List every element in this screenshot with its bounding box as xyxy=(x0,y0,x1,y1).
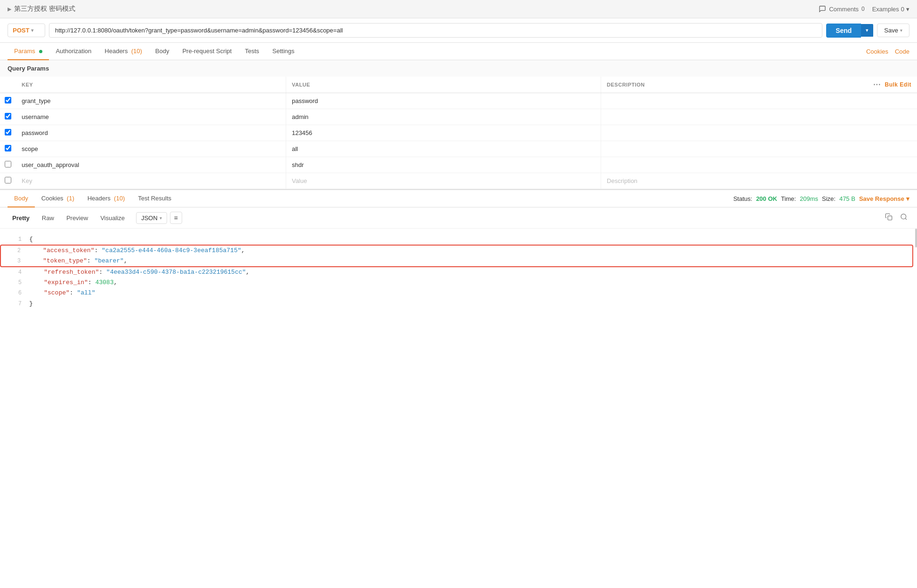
row-checkbox-4[interactable] xyxy=(5,161,11,167)
save-button[interactable]: Save ▾ xyxy=(877,24,909,37)
code-line-4: 4 "refresh_token": "4eea33d4-c590-4378-b… xyxy=(0,267,917,278)
placeholder-value-input[interactable] xyxy=(286,173,601,189)
value-input-3[interactable] xyxy=(286,141,601,157)
top-bar-actions: Comments 0 Examples 0 ▾ xyxy=(819,5,909,13)
request-title: ▶ 第三方授权 密码模式 xyxy=(8,5,75,13)
scrollbar[interactable] xyxy=(915,229,917,247)
desc-input-2[interactable] xyxy=(601,125,917,141)
code-link[interactable]: Code xyxy=(895,43,909,60)
response-tab-cookies[interactable]: Cookies (1) xyxy=(35,190,81,207)
line-number-5: 5 xyxy=(8,278,22,287)
response-tab-body[interactable]: Body xyxy=(8,190,35,207)
comments-button[interactable]: Comments 0 xyxy=(819,5,865,13)
top-bar: ▶ 第三方授权 密码模式 Comments 0 Examples 0 ▾ xyxy=(0,0,917,18)
key-input-2[interactable] xyxy=(16,125,286,141)
value-input-1[interactable] xyxy=(286,109,601,125)
row-checkbox-2[interactable] xyxy=(5,129,11,135)
value-input-2[interactable] xyxy=(286,125,601,141)
tab-params[interactable]: Params xyxy=(8,43,49,60)
save-response-button[interactable]: Save Response ▾ xyxy=(859,195,909,202)
tab-headers[interactable]: Headers (10) xyxy=(98,43,149,60)
code-line-7: 7 } xyxy=(0,299,917,309)
response-tab-body-label: Body xyxy=(14,195,28,202)
key-input-0[interactable] xyxy=(16,93,286,109)
placeholder-desc-input[interactable] xyxy=(601,173,917,189)
response-headers-count: (10) xyxy=(113,195,125,202)
response-meta: Status: 200 OK Time: 209ms Size: 475 B S… xyxy=(733,195,909,202)
send-main-button[interactable]: Send xyxy=(826,24,861,38)
response-tab-test-results[interactable]: Test Results xyxy=(131,190,178,207)
code-line-5: 5 "expires_in": 43083, xyxy=(0,278,917,288)
status-value: 200 OK xyxy=(756,195,777,202)
response-tab-headers-label: Headers xyxy=(88,195,111,202)
method-chevron-icon: ▾ xyxy=(31,28,33,33)
row-checkbox-1[interactable] xyxy=(5,113,11,119)
table-row xyxy=(0,141,917,157)
send-dropdown-button[interactable]: ▾ xyxy=(861,24,873,37)
comment-icon xyxy=(819,5,826,13)
body-tab-preview[interactable]: Preview xyxy=(62,212,93,224)
table-row xyxy=(0,109,917,125)
tab-authorization[interactable]: Authorization xyxy=(49,43,98,60)
method-label: POST xyxy=(13,27,29,34)
desc-input-4[interactable] xyxy=(601,157,917,173)
url-input[interactable] xyxy=(49,23,822,38)
tab-tests-label: Tests xyxy=(245,48,259,55)
format-label: JSON xyxy=(141,215,158,222)
format-chevron-icon: ▾ xyxy=(160,215,162,221)
body-tab-raw[interactable]: Raw xyxy=(37,212,59,224)
search-icon[interactable] xyxy=(898,211,909,224)
examples-label: Examples xyxy=(872,6,899,13)
expand-arrow-icon[interactable]: ▶ xyxy=(8,6,11,12)
placeholder-checkbox[interactable] xyxy=(5,177,11,183)
tab-params-label: Params xyxy=(14,48,35,55)
response-tabs: Body Cookies (1) Headers (10) Test Resul… xyxy=(0,190,917,207)
body-tab-pretty[interactable]: Pretty xyxy=(8,212,34,224)
code-line-3: 3 "token_type": "bearer", xyxy=(1,256,912,266)
save-chevron-icon: ▾ xyxy=(900,28,902,33)
sort-button[interactable]: ≡ xyxy=(170,212,182,224)
body-tab-visualize[interactable]: Visualize xyxy=(96,212,129,224)
desc-input-1[interactable] xyxy=(601,109,917,125)
line-number-6: 6 xyxy=(8,288,22,298)
more-options-icon[interactable]: ··· xyxy=(873,80,881,89)
tab-prerequest[interactable]: Pre-request Script xyxy=(176,43,238,60)
copy-icon[interactable] xyxy=(883,211,894,224)
tab-tests[interactable]: Tests xyxy=(238,43,265,60)
save-response-label: Save Response xyxy=(859,195,904,202)
key-input-4[interactable] xyxy=(16,157,286,173)
code-content-5: "expires_in": 43083, xyxy=(29,278,909,288)
code-line-6: 6 "scope": "all" xyxy=(0,288,917,298)
row-checkbox-0[interactable] xyxy=(5,97,11,103)
params-dot-indicator xyxy=(39,50,42,53)
method-select[interactable]: POST ▾ xyxy=(8,24,45,37)
response-tab-headers[interactable]: Headers (10) xyxy=(81,190,132,207)
row-checkbox-3[interactable] xyxy=(5,145,11,151)
code-line-2: 2 "access_token": "ca2a2555-e444-460a-84… xyxy=(1,246,912,256)
body-toolbar: Pretty Raw Preview Visualize JSON ▾ ≡ xyxy=(0,207,917,229)
key-input-3[interactable] xyxy=(16,141,286,157)
desc-input-3[interactable] xyxy=(601,141,917,157)
examples-button[interactable]: Examples 0 ▾ xyxy=(872,6,909,13)
status-label: Status: xyxy=(733,195,752,202)
size-value: 475 B xyxy=(839,195,855,202)
svg-rect-0 xyxy=(888,216,892,220)
tab-body[interactable]: Body xyxy=(149,43,176,60)
tab-settings[interactable]: Settings xyxy=(266,43,301,60)
th-value: VALUE xyxy=(286,77,601,93)
format-select[interactable]: JSON ▾ xyxy=(136,212,167,224)
bulk-edit-button[interactable]: Bulk Edit xyxy=(885,81,911,88)
table-row xyxy=(0,125,917,141)
line-number-1: 1 xyxy=(8,235,22,244)
value-input-4[interactable] xyxy=(286,157,601,173)
request-tabs: Params Authorization Headers (10) Body P… xyxy=(0,43,917,60)
desc-input-0[interactable] xyxy=(601,93,917,109)
key-input-1[interactable] xyxy=(16,109,286,125)
body-toolbar-right xyxy=(883,211,909,224)
tab-settings-label: Settings xyxy=(273,48,295,55)
th-key: KEY xyxy=(16,77,286,93)
raw-label: Raw xyxy=(42,215,54,222)
placeholder-key-input[interactable] xyxy=(16,173,286,189)
cookies-link[interactable]: Cookies xyxy=(866,43,888,60)
value-input-0[interactable] xyxy=(286,93,601,109)
